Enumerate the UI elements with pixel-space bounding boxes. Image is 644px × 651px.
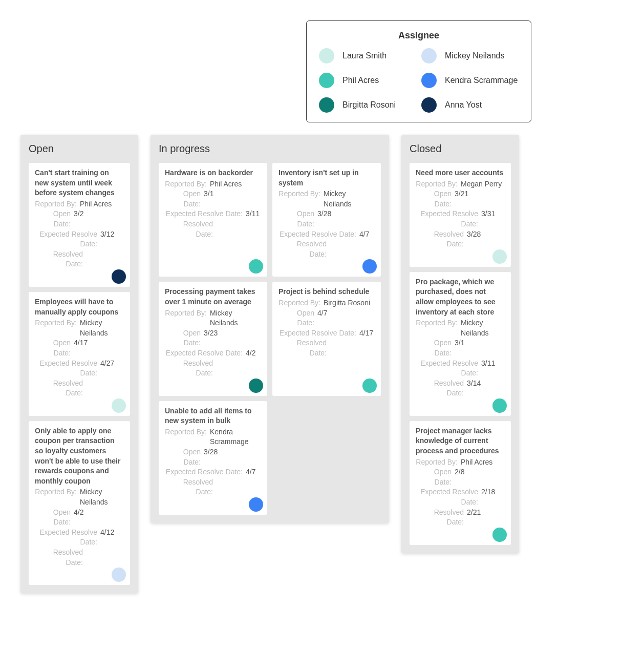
field-value: 4/27 xyxy=(100,359,114,379)
assignee-color-dot xyxy=(319,48,334,64)
board-column: OpenCan't start training on new system u… xyxy=(20,135,138,593)
field-label: Resolved Date: xyxy=(35,548,86,568)
card-field: Open Date:3/1 xyxy=(416,338,505,358)
field-value: Phil Acres xyxy=(80,199,112,209)
assignee-dot xyxy=(249,497,263,512)
card-field: Reported By:Megan Perry xyxy=(416,179,505,190)
assignee-color-dot xyxy=(421,73,437,88)
issue-card[interactable]: Hardware is on backorderReported By:Phil… xyxy=(159,163,267,277)
cards-container: Need more user accountsReported By:Megan… xyxy=(410,163,511,545)
card-field: Expected Resolve Date:3/12 xyxy=(35,229,124,249)
issue-card[interactable]: Project manager lacks knowledge of curre… xyxy=(410,421,511,545)
cards-container: Hardware is on backorderReported By:Phil… xyxy=(159,163,381,515)
field-label: Expected Resolve Date: xyxy=(416,359,481,379)
card-field: Expected Resolve Date:4/17 xyxy=(278,328,375,339)
field-label: Open Date: xyxy=(278,209,317,229)
card-title: Project is behind schedule xyxy=(278,287,375,297)
card-field: Resolved Date:3/14 xyxy=(416,379,505,398)
card-field: Open Date:3/2 xyxy=(35,209,124,229)
legend-item: Phil Acres xyxy=(319,73,416,88)
assignee-name: Mickey Neilands xyxy=(445,51,504,60)
card-field: Open Date:3/21 xyxy=(416,189,505,209)
card-field: Expected Resolve Date:4/12 xyxy=(35,528,124,548)
legend-item: Birgitta Rosoni xyxy=(319,97,416,113)
card-title: Hardware is on backorder xyxy=(165,168,261,178)
card-field: Reported By:Kendra Scrammage xyxy=(165,427,261,447)
field-label: Expected Resolve Date: xyxy=(165,348,246,359)
legend-item: Kendra Scrammage xyxy=(421,73,519,88)
card-field: Resolved Date: xyxy=(278,239,375,259)
column-title: In progress xyxy=(159,143,381,155)
assignee-name: Kendra Scrammage xyxy=(445,76,518,85)
card-field: Open Date:4/17 xyxy=(35,338,124,358)
field-value: Mickey Neilands xyxy=(80,318,124,338)
field-label: Resolved Date: xyxy=(416,379,467,398)
field-label: Expected Resolve Date: xyxy=(165,209,246,219)
card-field: Open Date:3/23 xyxy=(165,328,261,348)
assignee-name: Phil Acres xyxy=(342,76,379,85)
field-value: Kendra Scrammage xyxy=(210,427,261,447)
field-value: Phil Acres xyxy=(461,457,492,468)
field-label: Open Date: xyxy=(35,209,74,229)
kanban-board: OpenCan't start training on new system u… xyxy=(20,135,624,593)
issue-card[interactable]: Project is behind scheduleReported By:Bi… xyxy=(272,282,381,395)
field-value: 3/31 xyxy=(481,209,495,229)
issue-card[interactable]: Employees will have to manually apply co… xyxy=(29,292,130,416)
assignee-name: Laura Smith xyxy=(342,51,387,60)
issue-card[interactable]: Pro package, which we purchased, does no… xyxy=(410,272,511,416)
assignee-color-dot xyxy=(421,97,437,113)
field-label: Reported By: xyxy=(35,199,80,209)
card-field: Resolved Date: xyxy=(278,338,375,358)
field-value: 3/2 xyxy=(74,209,83,229)
assignee-legend: Assignee Laura SmithMickey NeilandsPhil … xyxy=(306,20,531,122)
issue-card[interactable]: Unable to add all items to new system in… xyxy=(159,401,267,515)
field-label: Reported By: xyxy=(165,427,210,447)
card-field: Resolved Date: xyxy=(165,359,261,379)
field-value: Mickey Neilands xyxy=(461,318,505,338)
field-value: 4/7 xyxy=(359,229,369,240)
field-label: Expected Resolve Date: xyxy=(416,209,481,229)
field-label: Reported By: xyxy=(35,318,80,338)
assignee-dot xyxy=(112,398,126,413)
issue-card[interactable]: Need more user accountsReported By:Megan… xyxy=(410,163,511,267)
card-field: Reported By:Mickey Neilands xyxy=(35,487,124,507)
field-value: 3/11 xyxy=(246,209,260,219)
card-field: Resolved Date: xyxy=(165,219,261,239)
assignee-color-dot xyxy=(319,97,334,113)
field-label: Resolved Date: xyxy=(165,219,216,239)
issue-card[interactable]: Processing payment takes over 1 minute o… xyxy=(159,282,267,395)
column-title: Closed xyxy=(410,143,511,155)
legend-item: Laura Smith xyxy=(319,48,416,64)
card-field: Expected Resolve Date:4/2 xyxy=(165,348,261,359)
card-title: Only able to apply one coupon per transa… xyxy=(35,426,124,487)
field-label: Open Date: xyxy=(35,338,74,358)
card-field: Expected Resolve Date:2/18 xyxy=(416,487,505,507)
issue-card[interactable]: Inventory isn't set up in systemReported… xyxy=(272,163,381,277)
field-label: Open Date: xyxy=(416,467,455,487)
field-label: Resolved Date: xyxy=(278,239,330,259)
card-field: Reported By:Phil Acres xyxy=(35,199,124,209)
field-label: Open Date: xyxy=(35,508,74,528)
issue-card[interactable]: Only able to apply one coupon per transa… xyxy=(29,421,130,585)
card-title: Employees will have to manually apply co… xyxy=(35,297,124,317)
card-field: Reported By:Mickey Neilands xyxy=(416,318,505,338)
field-label: Open Date: xyxy=(416,338,455,358)
assignee-color-dot xyxy=(421,48,437,64)
field-label: Resolved Date: xyxy=(165,359,216,379)
field-value: 4/7 xyxy=(317,308,327,328)
card-title: Pro package, which we purchased, does no… xyxy=(416,277,505,317)
field-value: 2/8 xyxy=(455,467,464,487)
field-label: Expected Resolve Date: xyxy=(35,359,100,379)
field-value: 3/28 xyxy=(204,447,218,467)
field-label: Expected Resolve Date: xyxy=(416,487,481,507)
card-field: Open Date:3/1 xyxy=(165,189,261,209)
field-value: Birgitta Rosoni xyxy=(324,298,370,308)
field-value: 3/1 xyxy=(455,338,464,358)
assignee-dot xyxy=(249,379,263,393)
card-field: Expected Resolve Date:4/7 xyxy=(165,467,261,477)
card-field: Resolved Date: xyxy=(35,548,124,568)
field-label: Expected Resolve Date: xyxy=(278,328,359,339)
issue-card[interactable]: Can't start training on new system until… xyxy=(29,163,130,287)
field-label: Reported By: xyxy=(278,189,324,209)
card-field: Reported By:Phil Acres xyxy=(165,179,261,190)
